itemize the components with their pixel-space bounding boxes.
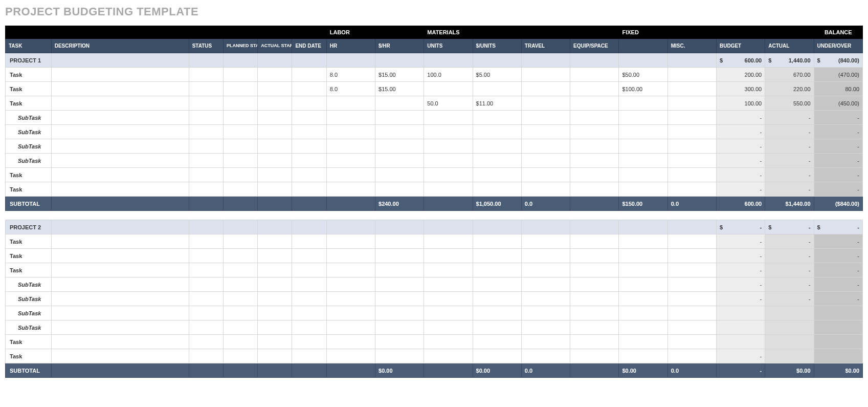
cell-fixed[interactable] <box>619 234 667 249</box>
row-label[interactable]: SubTask <box>6 111 52 125</box>
cell-misc[interactable] <box>667 277 716 292</box>
cell-status[interactable] <box>189 234 223 249</box>
cell-fixed[interactable] <box>619 168 667 182</box>
cell-unit-rate[interactable] <box>473 168 521 182</box>
cell-actual[interactable]: - <box>765 139 814 154</box>
cell-under-over[interactable]: - <box>814 292 862 306</box>
row-label[interactable]: Task <box>6 182 52 197</box>
cell-hr[interactable] <box>326 277 375 292</box>
cell-description[interactable] <box>51 277 189 292</box>
cell-description[interactable] <box>51 168 189 182</box>
cell-fixed[interactable] <box>619 139 667 154</box>
cell-equip[interactable] <box>570 154 619 168</box>
cell-status[interactable] <box>189 154 223 168</box>
cell-fixed[interactable] <box>619 154 667 168</box>
cell-unit-rate[interactable] <box>473 335 521 349</box>
project-cell[interactable] <box>667 53 716 68</box>
cell-hr-rate[interactable] <box>375 306 424 320</box>
cell-equip[interactable] <box>570 292 619 306</box>
subtotal-cell[interactable] <box>189 197 223 211</box>
cell-equip[interactable] <box>570 111 619 125</box>
cell-fixed[interactable] <box>619 263 667 277</box>
cell-travel[interactable] <box>521 249 570 263</box>
project-actual[interactable]: $1,440.00 <box>765 53 814 68</box>
cell-hr-rate[interactable] <box>375 349 424 363</box>
row-label[interactable]: Task <box>6 349 52 363</box>
cell-unit-rate[interactable]: $5.00 <box>473 68 521 82</box>
cell-end-date[interactable] <box>292 139 326 154</box>
cell-hr[interactable] <box>326 111 375 125</box>
cell-end-date[interactable] <box>292 68 326 82</box>
cell-actual[interactable] <box>765 349 814 363</box>
cell-actual-start[interactable] <box>258 349 292 363</box>
cell-actual[interactable]: 550.00 <box>765 96 814 111</box>
cell-hr[interactable] <box>326 96 375 111</box>
cell-fixed[interactable] <box>619 320 667 335</box>
cell-actual-start[interactable] <box>258 168 292 182</box>
cell-actual[interactable]: - <box>765 154 814 168</box>
cell-planned-start[interactable] <box>223 139 257 154</box>
subtotal-cell[interactable] <box>326 363 375 378</box>
cell-hr[interactable]: 8.0 <box>326 68 375 82</box>
cell-hr-rate[interactable] <box>375 249 424 263</box>
cell-under-over[interactable]: (450.00) <box>814 96 862 111</box>
cell-unit-rate[interactable] <box>473 306 521 320</box>
cell-end-date[interactable] <box>292 234 326 249</box>
cell-under-over[interactable] <box>814 349 862 363</box>
cell-hr[interactable] <box>326 349 375 363</box>
cell-hr[interactable] <box>326 306 375 320</box>
project-cell[interactable] <box>424 53 473 68</box>
cell-actual[interactable]: - <box>765 111 814 125</box>
cell-description[interactable] <box>51 111 189 125</box>
cell-misc[interactable] <box>667 349 716 363</box>
cell-units[interactable] <box>424 277 473 292</box>
project-cell[interactable] <box>619 220 667 234</box>
row-label[interactable]: SubTask <box>6 139 52 154</box>
cell-hr-rate[interactable] <box>375 182 424 197</box>
cell-actual-start[interactable] <box>258 68 292 82</box>
project-cell[interactable] <box>51 53 189 68</box>
cell-travel[interactable] <box>521 335 570 349</box>
subtotal-label[interactable]: SUBTOTAL <box>6 363 52 378</box>
subtotal-travel[interactable]: 0.0 <box>521 197 570 211</box>
cell-budget[interactable]: - <box>716 182 765 197</box>
cell-equip[interactable] <box>570 249 619 263</box>
subtotal-fixed[interactable]: $150.00 <box>619 197 667 211</box>
cell-actual[interactable] <box>765 320 814 335</box>
row-label[interactable]: SubTask <box>6 320 52 335</box>
cell-description[interactable] <box>51 320 189 335</box>
project-cell[interactable] <box>326 53 375 68</box>
project-cell[interactable] <box>570 53 619 68</box>
row-label[interactable]: Task <box>6 234 52 249</box>
cell-unit-rate[interactable] <box>473 154 521 168</box>
cell-status[interactable] <box>189 277 223 292</box>
subtotal-budget[interactable]: - <box>716 363 765 378</box>
cell-under-over[interactable] <box>814 335 862 349</box>
cell-equip[interactable] <box>570 277 619 292</box>
cell-hr-rate[interactable]: $15.00 <box>375 82 424 96</box>
cell-end-date[interactable] <box>292 320 326 335</box>
cell-hr[interactable] <box>326 234 375 249</box>
project-cell[interactable] <box>326 220 375 234</box>
project-cell[interactable] <box>292 53 326 68</box>
subtotal-under-over[interactable]: $0.00 <box>814 363 862 378</box>
cell-planned-start[interactable] <box>223 306 257 320</box>
project-cell[interactable] <box>258 53 292 68</box>
subtotal-hr-rate[interactable]: $240.00 <box>375 197 424 211</box>
cell-equip[interactable] <box>570 139 619 154</box>
cell-planned-start[interactable] <box>223 82 257 96</box>
cell-description[interactable] <box>51 335 189 349</box>
cell-description[interactable] <box>51 125 189 139</box>
cell-actual[interactable]: - <box>765 168 814 182</box>
cell-actual-start[interactable] <box>258 96 292 111</box>
cell-description[interactable] <box>51 349 189 363</box>
cell-misc[interactable] <box>667 182 716 197</box>
cell-actual[interactable]: - <box>765 277 814 292</box>
subtotal-units[interactable] <box>424 197 473 211</box>
cell-budget[interactable]: - <box>716 111 765 125</box>
cell-under-over[interactable] <box>814 306 862 320</box>
cell-travel[interactable] <box>521 349 570 363</box>
subtotal-equip[interactable] <box>570 363 619 378</box>
cell-description[interactable] <box>51 96 189 111</box>
project-under-over[interactable]: $(840.00) <box>814 53 862 68</box>
